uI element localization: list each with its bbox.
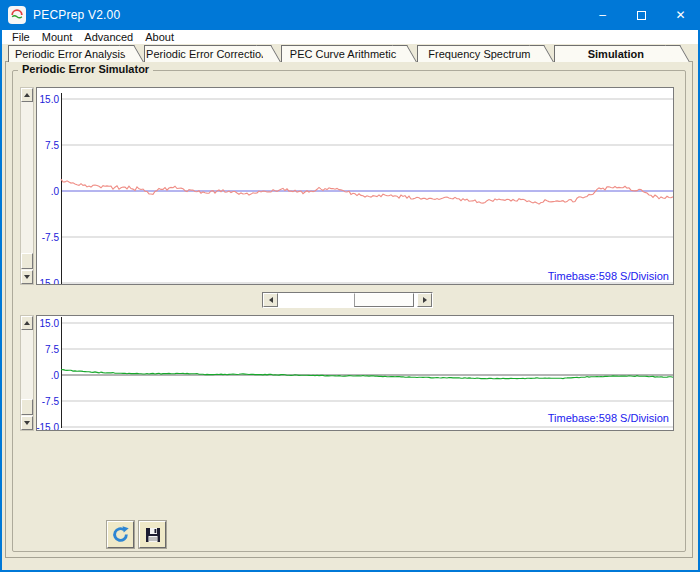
raw-error-chart: 15.07.5.0-7.5-15.0Timebase:598 S/Divisio…: [36, 87, 674, 285]
vscroll-down-arrow-icon[interactable]: [21, 416, 33, 430]
vscroll-track[interactable]: [21, 102, 33, 270]
svg-text:15.0: 15.0: [40, 318, 60, 329]
vscroll-up-arrow-icon[interactable]: [21, 316, 33, 330]
timebase-hscrollbar[interactable]: [262, 292, 433, 308]
hscroll-thumb[interactable]: [354, 293, 414, 307]
groupbox-title: Periodic Error Simulator: [18, 63, 153, 75]
svg-text:-7.5: -7.5: [42, 232, 60, 243]
svg-text:7.5: 7.5: [45, 140, 59, 151]
hscroll-left-arrow-icon[interactable]: [263, 293, 278, 307]
tab-periodic-error-correction[interactable]: Periodic Error Correction: [144, 45, 267, 62]
tab-strip: Periodic Error AnalysisPeriodic Error Co…: [8, 45, 690, 62]
window-title: PECPrep V2.00: [33, 8, 120, 22]
vscroll-thumb[interactable]: [21, 253, 33, 269]
vscroll-track[interactable]: [21, 330, 33, 416]
svg-text:-7.5: -7.5: [42, 396, 60, 407]
hscroll-right-arrow-icon[interactable]: [417, 293, 432, 307]
menu-item-mount[interactable]: Mount: [36, 31, 79, 43]
tab-simulation[interactable]: Simulation: [554, 45, 677, 62]
smoothed-error-chart: 15.07.5.0-7.5-15.0Timebase:598 S/Divisio…: [36, 315, 674, 431]
save-button[interactable]: [139, 521, 166, 548]
svg-text:Timebase:598 S/Division: Timebase:598 S/Division: [548, 412, 669, 424]
tab-pec-curve-arithmetic[interactable]: PEC Curve Arithmetic: [281, 45, 404, 62]
svg-text:-15.0: -15.0: [37, 422, 59, 431]
maximize-icon[interactable]: [622, 0, 661, 30]
svg-text:.0: .0: [51, 186, 60, 197]
tab-frequency-spectrum[interactable]: Frequency Spectrum: [417, 45, 540, 62]
tab-periodic-error-analysis[interactable]: Periodic Error Analysis: [8, 45, 131, 62]
menu-item-file[interactable]: File: [6, 31, 36, 43]
vscroll-down-arrow-icon[interactable]: [21, 270, 33, 284]
raw-error-chart-plot: 15.07.5.0-7.5-15.0Timebase:598 S/Divisio…: [37, 88, 673, 284]
maximize-box: [637, 11, 646, 20]
vscroll-thumb[interactable]: [21, 399, 33, 415]
svg-text:-15.0: -15.0: [37, 278, 59, 285]
menu-bar: FileMountAdvancedAbout: [2, 30, 698, 44]
raw-chart-vscrollbar[interactable]: [20, 87, 34, 285]
pecprep-logo-icon: [8, 6, 26, 24]
smoothed-chart-vscrollbar[interactable]: [20, 315, 34, 431]
refresh-button[interactable]: [107, 521, 134, 548]
smoothed-error-chart-plot: 15.07.5.0-7.5-15.0Timebase:598 S/Divisio…: [37, 316, 673, 430]
vscroll-up-arrow-icon[interactable]: [21, 88, 33, 102]
minimize-icon[interactable]: –: [583, 0, 622, 30]
svg-text:15.0: 15.0: [40, 94, 60, 105]
menu-item-about[interactable]: About: [139, 31, 180, 43]
svg-text:.0: .0: [51, 370, 60, 381]
close-icon[interactable]: ✕: [661, 0, 700, 30]
hscroll-track[interactable]: [278, 293, 417, 307]
title-bar[interactable]: PECPrep V2.00 – ✕: [0, 0, 700, 30]
refresh-arrow-icon: [111, 525, 130, 544]
svg-text:7.5: 7.5: [45, 344, 59, 355]
menu-item-advanced[interactable]: Advanced: [78, 31, 139, 43]
floppy-disk-icon: [144, 526, 162, 544]
app-window: PECPrep V2.00 – ✕ FileMountAdvancedAbout…: [0, 0, 700, 572]
svg-text:Timebase:598 S/Division: Timebase:598 S/Division: [548, 270, 669, 282]
